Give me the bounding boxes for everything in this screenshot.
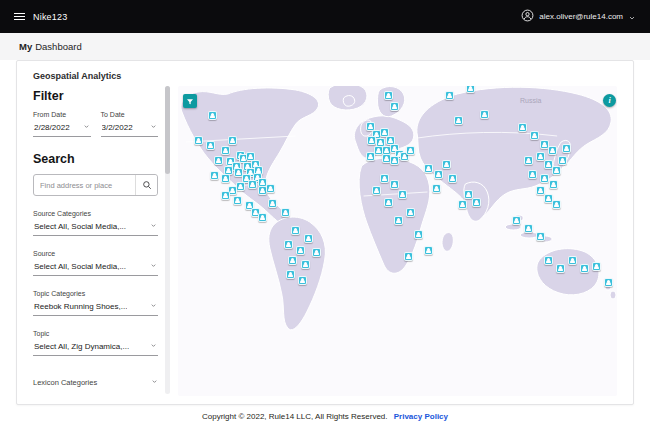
map-marker[interactable] <box>248 180 257 189</box>
map-marker[interactable] <box>372 186 381 195</box>
map-marker[interactable] <box>432 184 441 193</box>
map-markers-layer <box>178 86 617 396</box>
topic-categories-select[interactable]: Reebok Running Shoes,... <box>33 300 158 316</box>
map-marker[interactable] <box>458 200 467 209</box>
map-marker[interactable] <box>210 171 219 180</box>
map-marker[interactable] <box>544 256 553 265</box>
map-marker[interactable] <box>286 270 295 279</box>
map-marker[interactable] <box>268 199 277 208</box>
map-marker[interactable] <box>568 256 577 265</box>
map-marker[interactable] <box>258 213 267 222</box>
scrollbar-thumb[interactable] <box>165 86 170 174</box>
map-marker[interactable] <box>236 182 245 191</box>
map-marker[interactable] <box>406 146 415 155</box>
chevron-down-icon <box>150 123 157 132</box>
map-marker[interactable] <box>558 156 567 165</box>
map-marker[interactable] <box>604 278 613 287</box>
map-marker[interactable] <box>524 156 533 165</box>
map-marker[interactable] <box>214 156 223 165</box>
map-marker[interactable] <box>518 123 527 132</box>
copyright-text: Copyright © 2022, Rule14 LLC, All Rights… <box>202 412 388 421</box>
user-menu[interactable]: alex.oliver@rule14.com <box>521 8 636 26</box>
search-input[interactable] <box>34 175 135 195</box>
map-marker[interactable] <box>406 208 415 217</box>
map-marker[interactable] <box>442 160 451 169</box>
map-marker[interactable] <box>390 102 399 111</box>
map-marker[interactable] <box>221 191 230 200</box>
map-marker[interactable] <box>445 91 454 100</box>
map-marker[interactable] <box>266 184 275 193</box>
map-marker[interactable] <box>528 170 537 179</box>
map-marker[interactable] <box>228 136 237 145</box>
map-marker[interactable] <box>367 136 376 145</box>
lexicon-categories-select[interactable]: Lexicon Categories <box>33 378 158 387</box>
filter-panel: Filter From Date 2/28/2022 To Date 3/2/2… <box>33 86 165 396</box>
map-marker[interactable] <box>233 196 242 205</box>
map-marker[interactable] <box>390 180 399 189</box>
map-marker[interactable] <box>291 226 300 235</box>
map-marker[interactable] <box>414 230 423 239</box>
map-marker[interactable] <box>580 264 589 273</box>
map-marker[interactable] <box>472 198 481 207</box>
map-marker[interactable] <box>208 111 217 120</box>
map-marker[interactable] <box>556 264 565 273</box>
breadcrumb-page: Dashboard <box>35 41 81 52</box>
map-marker[interactable] <box>284 240 293 249</box>
map-marker[interactable] <box>404 252 413 261</box>
map-marker[interactable] <box>194 136 203 145</box>
map-marker[interactable] <box>281 208 290 217</box>
source-categories-select[interactable]: Select All, Social Media,... <box>33 220 158 236</box>
map-marker[interactable] <box>434 170 443 179</box>
map-marker[interactable] <box>454 116 463 125</box>
chevron-down-icon <box>83 123 90 132</box>
map-marker[interactable] <box>296 246 305 255</box>
map-marker[interactable] <box>540 174 549 183</box>
map-marker[interactable] <box>548 146 557 155</box>
map-marker[interactable] <box>206 141 215 150</box>
brand-label: Nike123 <box>33 12 67 22</box>
chevron-down-icon <box>150 222 157 231</box>
map-marker[interactable] <box>298 276 307 285</box>
map-marker[interactable] <box>552 166 561 175</box>
topbar: Nike123 alex.oliver@rule14.com <box>0 0 650 33</box>
map-filter-button[interactable] <box>183 94 197 108</box>
map-marker[interactable] <box>304 234 313 243</box>
map-marker[interactable] <box>288 256 297 265</box>
from-date-select[interactable]: 2/28/2022 <box>33 121 91 137</box>
map-marker[interactable] <box>512 216 521 225</box>
hamburger-menu-icon[interactable] <box>14 13 25 20</box>
map-marker[interactable] <box>221 174 230 183</box>
map-marker[interactable] <box>384 91 393 100</box>
privacy-policy-link[interactable]: Privacy Policy <box>394 412 448 421</box>
filter-panel-scrollbar[interactable] <box>165 86 170 394</box>
map-marker[interactable] <box>366 152 375 161</box>
search-button[interactable] <box>135 175 157 195</box>
map-marker[interactable] <box>394 216 403 225</box>
map-marker[interactable] <box>424 164 433 173</box>
map-marker[interactable] <box>384 198 393 207</box>
map-marker[interactable] <box>398 190 407 199</box>
map-marker[interactable] <box>448 174 457 183</box>
map-marker[interactable] <box>312 248 321 257</box>
map-marker[interactable] <box>536 232 545 241</box>
source-select[interactable]: Select All, Social Media,... <box>33 260 158 276</box>
map-marker[interactable] <box>390 156 399 165</box>
search-heading: Search <box>33 152 158 166</box>
map-marker[interactable] <box>466 86 475 93</box>
map-marker[interactable] <box>592 262 601 271</box>
map-marker[interactable] <box>562 144 571 153</box>
map-marker[interactable] <box>480 110 489 119</box>
map-marker[interactable] <box>221 146 230 155</box>
topic-select[interactable]: Select All, Zig Dynamica,... <box>33 340 158 356</box>
map-marker[interactable] <box>530 131 539 140</box>
map-marker[interactable] <box>552 200 561 209</box>
map-marker[interactable] <box>524 224 533 233</box>
map-info-button[interactable]: i <box>603 94 616 107</box>
map-marker[interactable] <box>380 174 389 183</box>
chevron-down-icon <box>150 302 157 311</box>
map-marker[interactable] <box>301 260 310 269</box>
map-marker[interactable] <box>549 180 558 189</box>
to-date-select[interactable]: 3/2/2022 <box>101 121 159 137</box>
world-map[interactable]: Russia i <box>178 86 617 396</box>
map-marker[interactable] <box>424 246 433 255</box>
